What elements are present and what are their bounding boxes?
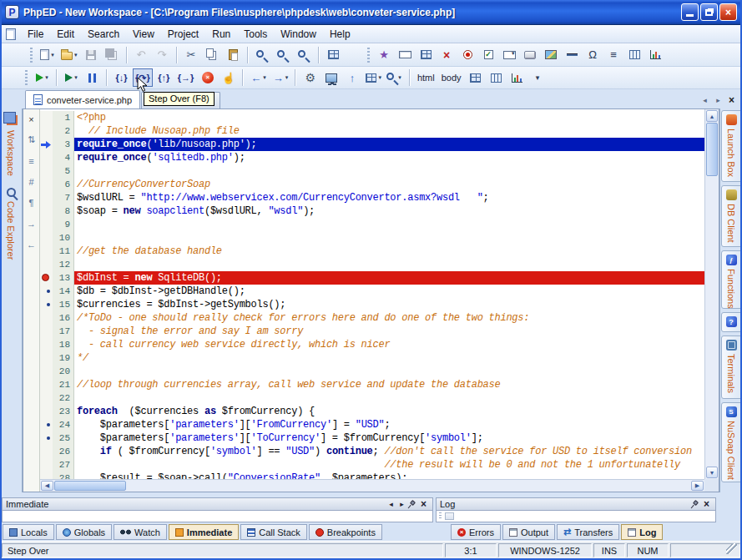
code-text[interactable]: //CurrencyConvertorSoap — [74, 178, 704, 191]
find-next-button[interactable] — [274, 46, 293, 64]
step-in-button[interactable]: {↓} — [112, 68, 131, 87]
tab-errors[interactable]: Errors — [451, 524, 501, 540]
code-line-28[interactable]: 28 $result = $soap->call("ConversionRate… — [40, 472, 704, 479]
close-pane-icon[interactable]: × — [25, 113, 38, 125]
special-chars-button[interactable]: Ω — [583, 46, 603, 64]
horizontal-scrollbar[interactable]: ◀ ▶ — [40, 479, 704, 492]
code-line-20[interactable]: 20 — [40, 365, 704, 378]
pause-request-button[interactable]: ☝ — [219, 68, 238, 87]
run-in-browser-button[interactable]: ▾ — [62, 68, 81, 87]
cut-button[interactable]: ✂ — [182, 46, 201, 64]
code-line-18[interactable]: 18 - call currency web service directly,… — [40, 338, 704, 351]
code-line-27[interactable]: 27 //the result will be 0 and not the 1 … — [40, 458, 704, 472]
panel-next-icon[interactable]: ▸ — [396, 499, 407, 510]
table-view-button[interactable] — [466, 68, 485, 87]
gutter-mark[interactable] — [40, 271, 53, 285]
code-line-13[interactable]: 13$dbInst = new SqliteDB(); — [40, 271, 704, 285]
code-text[interactable]: if ( $fromCurrency['symbol'] == "USD") c… — [74, 445, 704, 458]
insert-hr-button[interactable] — [563, 46, 582, 64]
panel-pin-button[interactable] — [690, 499, 701, 510]
code-templates-button[interactable] — [324, 46, 343, 64]
code-area[interactable]: 1<?php2 // Include Nusoap.php file3requi… — [40, 109, 704, 479]
toolbar-gripper[interactable] — [367, 48, 370, 63]
menu-search[interactable]: Search — [81, 26, 126, 43]
pause-button[interactable] — [83, 68, 102, 87]
tab-scroll-left-icon[interactable]: ◂ — [699, 94, 710, 105]
bookmarks-icon[interactable]: ≡ — [25, 154, 38, 167]
insert-checkbox-button[interactable] — [479, 46, 498, 64]
gutter-mark[interactable] — [40, 298, 53, 311]
code-text[interactable]: //get the database handle — [74, 245, 704, 258]
gutter-mark[interactable] — [40, 391, 53, 405]
gutter-mark[interactable] — [40, 231, 53, 245]
code-line-9[interactable]: 9 — [40, 218, 704, 231]
code-text[interactable]: require_once('lib/nusoap.php'); — [74, 138, 704, 151]
gutter-mark[interactable] — [40, 378, 53, 391]
code-line-14[interactable]: 14$db = $dbInst->getDBHandle(); — [40, 285, 704, 298]
code-text[interactable]: - signal the error and say I am sorry — [74, 325, 704, 338]
code-text[interactable]: <?php — [74, 111, 704, 124]
menu-window[interactable]: Window — [274, 26, 323, 43]
code-text[interactable]: $soap = new soapclient($wsdlURL, "wsdl")… — [74, 204, 704, 218]
code-text[interactable]: $parameters['parameters']['ToCurrency'] … — [74, 431, 704, 445]
scroll-down-button[interactable]: ▼ — [706, 467, 718, 478]
code-text[interactable]: /*ToDo - one should really check for err… — [74, 311, 704, 325]
code-text[interactable]: */ — [74, 351, 704, 365]
gutter-mark[interactable] — [40, 365, 53, 378]
record-macro-button[interactable] — [458, 46, 477, 64]
tab-globals[interactable]: Globals — [56, 524, 112, 540]
save-all-button[interactable] — [103, 46, 122, 64]
gutter-mark[interactable] — [40, 311, 53, 325]
indent-icon[interactable]: → — [25, 217, 38, 230]
find-button[interactable] — [253, 46, 272, 64]
gutter-mark[interactable] — [40, 218, 53, 231]
code-text[interactable]: $parameters['parameters']['FromCurrency'… — [74, 418, 704, 431]
code-line-1[interactable]: 1<?php — [40, 111, 704, 124]
tab-transfers[interactable]: ⇄Transfers — [557, 524, 619, 540]
right-tab-functions[interactable]: ƒFunctions — [721, 250, 741, 309]
numbered-list-button[interactable]: ≡ — [604, 46, 623, 64]
scroll-right-button[interactable]: ▶ — [691, 481, 704, 491]
gutter-mark[interactable] — [40, 124, 53, 138]
code-text[interactable]: //the result will be 0 and not the 1 unf… — [74, 458, 704, 472]
line-numbers-icon[interactable]: # — [25, 175, 38, 188]
gutter-mark[interactable] — [40, 111, 53, 124]
restore-button[interactable] — [700, 3, 718, 21]
gutter-mark[interactable] — [40, 351, 53, 365]
columns-view-button[interactable] — [487, 68, 506, 87]
close-button[interactable]: × — [719, 3, 737, 21]
run-to-cursor-button[interactable]: {→} — [175, 68, 197, 87]
log-panel-body[interactable] — [436, 511, 716, 522]
code-text[interactable]: $dbInst = new SqliteDB(); — [74, 271, 704, 285]
gutter-mark[interactable] — [40, 325, 53, 338]
body-tag-button[interactable]: body — [439, 68, 464, 87]
panel-close-button[interactable]: × — [418, 499, 429, 510]
paragraph-marks-icon[interactable]: ¶ — [25, 196, 38, 209]
step-out-button[interactable]: {↑} — [154, 68, 174, 87]
code-text[interactable]: //loop through currencies array, call we… — [74, 378, 704, 391]
insert-columns-button[interactable] — [625, 46, 644, 64]
right-tab-help[interactable]: ? — [721, 312, 741, 332]
code-text[interactable] — [74, 391, 704, 405]
menu-edit[interactable]: Edit — [50, 26, 81, 43]
right-tab-db-client[interactable]: DB Client — [721, 185, 741, 247]
code-line-4[interactable]: 4require_once('sqlitedb.php'); — [40, 151, 704, 164]
resize-grip[interactable] — [726, 543, 737, 554]
gutter-mark[interactable] — [40, 338, 53, 351]
minimize-button[interactable] — [681, 3, 699, 21]
layout-button[interactable]: ▾ — [363, 68, 384, 87]
code-line-25[interactable]: 25 $parameters['parameters']['ToCurrency… — [40, 431, 704, 445]
settings-button[interactable]: ⚙ — [300, 68, 320, 87]
right-tab-launch-box[interactable]: Launch Box — [721, 110, 741, 182]
tab-output[interactable]: Output — [502, 524, 555, 540]
code-text[interactable]: require_once('sqlitedb.php'); — [74, 151, 704, 164]
tab-close-icon[interactable]: × — [726, 94, 737, 105]
insert-input-button[interactable] — [396, 46, 415, 64]
gutter-mark[interactable] — [40, 191, 53, 204]
preview-button[interactable] — [321, 68, 341, 87]
gutter-mark[interactable] — [40, 258, 53, 271]
insert-table-button[interactable] — [416, 46, 436, 64]
tab-log[interactable]: Log — [621, 524, 663, 540]
menu-run[interactable]: Run — [205, 26, 237, 43]
code-line-22[interactable]: 22 — [40, 391, 704, 405]
